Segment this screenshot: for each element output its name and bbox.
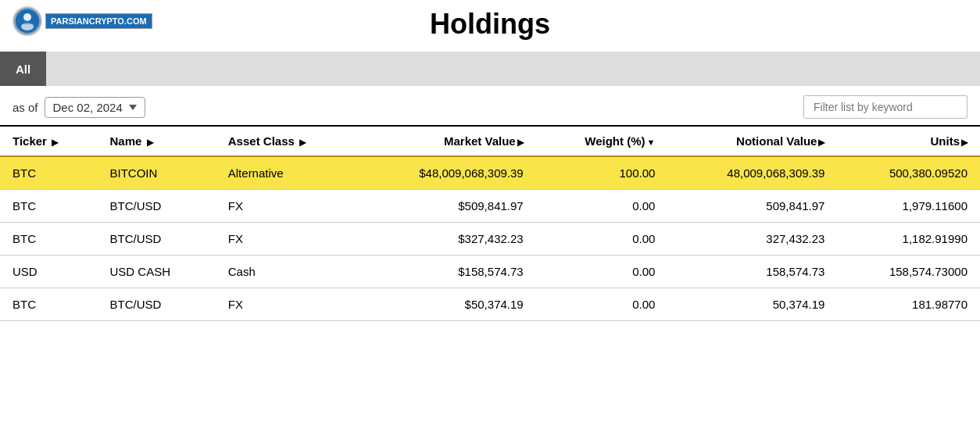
asset-class-sort-icon: ▶ <box>299 138 306 147</box>
market-value-cell: $48,009,068,309.39 <box>357 156 536 190</box>
table-row: BTCBTC/USDFX$50,374.190.0050,374.19181.9… <box>0 288 980 321</box>
tab-all[interactable]: All <box>0 52 46 86</box>
units-cell: 181.98770 <box>837 288 980 321</box>
weight-cell: 0.00 <box>536 190 668 223</box>
asset-class-cell: Alternative <box>216 156 357 190</box>
notional-value-cell: 327,432.23 <box>667 223 837 255</box>
table-row: BTCBITCOINAlternative$48,009,068,309.391… <box>0 156 980 190</box>
col-name[interactable]: Name ▶ <box>97 126 215 156</box>
units-cell: 158,574.73000 <box>837 255 980 288</box>
weight-cell: 0.00 <box>536 223 668 255</box>
ticker-cell: BTC <box>0 223 97 255</box>
name-cell: BTC/USD <box>97 223 215 255</box>
asset-class-cell: FX <box>216 288 357 321</box>
chevron-down-icon <box>129 105 137 110</box>
notional-value-cell: 48,009,068,309.39 <box>667 156 837 190</box>
col-market-value[interactable]: Market Value▶ <box>357 126 536 156</box>
ticker-cell: BTC <box>0 156 97 190</box>
date-selector[interactable]: Dec 02, 2024 <box>45 97 145 118</box>
asset-class-cell: Cash <box>216 255 357 288</box>
as-of-section: as of Dec 02, 2024 <box>13 97 145 118</box>
asset-class-cell: FX <box>216 190 357 223</box>
svg-point-1 <box>23 13 31 21</box>
notional-sort-icon: ▶ <box>818 138 824 147</box>
ticker-cell: BTC <box>0 190 97 223</box>
as-of-label: as of <box>13 101 38 114</box>
notional-value-cell: 509,841.97 <box>667 190 837 223</box>
col-notional-value[interactable]: Notional Value▶ <box>667 126 837 156</box>
market-value-sort-icon: ▶ <box>517 138 524 147</box>
ticker-cell: BTC <box>0 288 97 321</box>
table-row: USDUSD CASHCash$158,574.730.00158,574.73… <box>0 255 980 288</box>
col-weight[interactable]: Weight (%)▼ <box>536 126 668 156</box>
units-cell: 1,182.91990 <box>837 223 980 255</box>
notional-value-cell: 50,374.19 <box>667 288 837 321</box>
units-sort-icon: ▶ <box>961 138 967 147</box>
weight-cell: 0.00 <box>536 288 668 321</box>
name-cell: USD CASH <box>97 255 215 288</box>
market-value-cell: $327,432.23 <box>357 223 536 255</box>
page-header: PARSIANCRYPTO.COM Holdings <box>0 0 980 45</box>
table-row: BTCBTC/USDFX$509,841.970.00509,841.971,9… <box>0 190 980 223</box>
name-cell: BTC/USD <box>97 190 215 223</box>
logo-icon <box>13 6 42 36</box>
col-units[interactable]: Units▶ <box>837 126 980 156</box>
ticker-sort-icon: ▶ <box>52 138 58 147</box>
market-value-cell: $50,374.19 <box>357 288 536 321</box>
col-asset-class[interactable]: Asset Class ▶ <box>216 126 357 156</box>
ticker-cell: USD <box>0 255 97 288</box>
weight-cell: 0.00 <box>536 255 668 288</box>
units-cell: 500,380.09520 <box>837 156 980 190</box>
asset-class-cell: FX <box>216 223 357 255</box>
filter-row: as of Dec 02, 2024 <box>0 86 980 125</box>
col-ticker[interactable]: Ticker ▶ <box>0 126 97 156</box>
name-cell: BITCOIN <box>97 156 215 190</box>
filter-input[interactable] <box>803 95 967 119</box>
name-sort-icon: ▶ <box>147 138 153 147</box>
table-row: BTCBTC/USDFX$327,432.230.00327,432.231,1… <box>0 223 980 255</box>
units-cell: 1,979.11600 <box>837 190 980 223</box>
name-cell: BTC/USD <box>97 288 215 321</box>
logo-text: PARSIANCRYPTO.COM <box>45 13 152 29</box>
holdings-table-wrapper: Ticker ▶ Name ▶ Asset Class ▶ Market Val… <box>0 125 980 321</box>
weight-cell: 100.00 <box>536 156 668 190</box>
notional-value-cell: 158,574.73 <box>667 255 837 288</box>
holdings-table: Ticker ▶ Name ▶ Asset Class ▶ Market Val… <box>0 125 980 321</box>
weight-sort-icon: ▼ <box>646 138 655 147</box>
market-value-cell: $509,841.97 <box>357 190 536 223</box>
date-value: Dec 02, 2024 <box>53 101 123 114</box>
logo: PARSIANCRYPTO.COM <box>13 6 152 36</box>
tabs-bar: All <box>0 52 980 86</box>
market-value-cell: $158,574.73 <box>357 255 536 288</box>
page-title: Holdings <box>430 8 550 41</box>
